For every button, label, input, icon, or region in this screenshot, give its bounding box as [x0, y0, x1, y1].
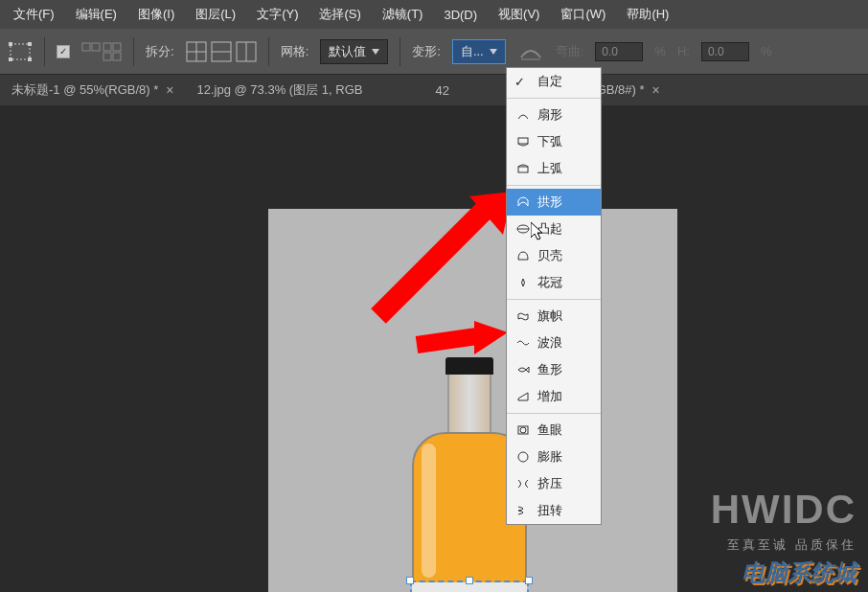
menu-view[interactable]: 视图(V) — [489, 2, 549, 27]
separator — [268, 37, 269, 66]
checkbox-option[interactable]: ✓ — [57, 45, 70, 58]
warp-menu-squeeze[interactable]: 挤压 — [507, 470, 601, 497]
svg-rect-3 — [9, 57, 12, 61]
transform-tool-icon[interactable] — [8, 39, 33, 64]
warp-menu-bulge[interactable]: 凸起 — [507, 216, 601, 242]
orientation-icon[interactable] — [517, 40, 544, 63]
menu-layer[interactable]: 图层(L) — [186, 2, 245, 27]
menu-filter[interactable]: 滤镜(T) — [373, 2, 433, 27]
warp-menu-twist[interactable]: 扭转 — [507, 497, 601, 524]
warp-menu-fan[interactable]: 扇形 — [507, 102, 601, 128]
svg-rect-0 — [11, 44, 30, 59]
split-vert-icon[interactable] — [236, 41, 257, 62]
svg-rect-7 — [103, 43, 111, 51]
menu-file[interactable]: 文件(F) — [4, 2, 64, 27]
grid-dropdown[interactable]: 默认值 — [320, 39, 388, 64]
menu-edit[interactable]: 编辑(E) — [66, 2, 126, 27]
annotation-arrow-1 — [369, 192, 513, 326]
warp-menu-shell[interactable]: 贝壳 — [507, 242, 601, 269]
menu-separator — [507, 98, 601, 99]
warp-dropdown[interactable]: 自... — [452, 39, 506, 64]
percent-1: % — [654, 44, 666, 58]
transform-handle[interactable] — [525, 577, 533, 584]
svg-rect-9 — [103, 53, 111, 60]
twist-icon — [516, 505, 530, 516]
annotation-arrow-2 — [412, 321, 508, 369]
shell-icon — [516, 250, 530, 262]
warp-menu-fish[interactable]: 鱼形 — [507, 356, 601, 383]
transform-handle[interactable] — [466, 577, 473, 584]
transform-handle[interactable] — [406, 577, 414, 584]
bend-input[interactable]: 0.0 — [595, 42, 643, 61]
grid-label: 网格: — [281, 43, 309, 60]
squeeze-icon — [516, 478, 530, 490]
menu-window[interactable]: 窗口(W) — [551, 2, 615, 27]
tab-1[interactable]: 未标题-1 @ 55%(RGB/8) * × — [0, 76, 186, 104]
watermark-main: HWIDC — [711, 487, 857, 533]
svg-rect-6 — [92, 43, 100, 51]
warp-label: 变形: — [412, 43, 441, 60]
inflate-icon — [516, 451, 530, 463]
document-tabs: 未标题-1 @ 55%(RGB/8) * × 12.jpg @ 73.3% (图… — [0, 75, 868, 105]
flag-icon — [516, 310, 530, 322]
menu-3d[interactable]: 3D(D) — [434, 4, 487, 26]
warp-menu-fisheye[interactable]: 鱼眼 — [507, 417, 601, 444]
warp-menu-custom[interactable]: ✓ 自定 — [507, 68, 601, 95]
svg-rect-10 — [113, 53, 121, 60]
svg-point-25 — [518, 452, 528, 462]
menu-image[interactable]: 图像(I) — [128, 2, 184, 27]
separator — [133, 37, 134, 66]
svg-point-24 — [520, 427, 526, 433]
tab-close-icon[interactable]: × — [166, 82, 173, 98]
svg-rect-1 — [9, 42, 12, 46]
svg-rect-8 — [113, 43, 121, 51]
warp-style-menu: ✓ 自定 扇形 下弧 上弧 拱形 凸起 贝壳 花冠 旗帜 波浪 鱼形 — [506, 67, 602, 525]
split-icons — [186, 41, 257, 62]
main-menu-bar: 文件(F) 编辑(E) 图像(I) 图层(L) 文字(Y) 选择(S) 滤镜(T… — [0, 0, 868, 29]
menu-type[interactable]: 文字(Y) — [247, 2, 308, 27]
split-horiz-icon[interactable] — [211, 41, 232, 62]
svg-rect-20 — [518, 167, 528, 172]
arc-up-icon — [516, 163, 530, 174]
warp-menu-inflate[interactable]: 膨胀 — [507, 444, 601, 470]
bulge-icon — [516, 223, 530, 235]
menu-separator — [507, 185, 601, 186]
fan-icon — [516, 109, 530, 121]
svg-rect-2 — [28, 42, 32, 46]
warp-menu-flower[interactable]: 花冠 — [507, 269, 601, 296]
separator — [400, 37, 400, 66]
tab-close-icon[interactable]: × — [652, 82, 660, 98]
menu-separator — [507, 299, 601, 300]
percent-2: % — [761, 44, 772, 58]
menu-help[interactable]: 帮助(H) — [617, 2, 678, 27]
bend-label: 弯曲: — [556, 43, 584, 60]
warp-menu-arc-up[interactable]: 上弧 — [507, 155, 601, 182]
flower-icon — [516, 277, 530, 288]
svg-rect-19 — [518, 138, 528, 144]
watermark: HWIDC 至真至诚 品质保住 — [711, 487, 857, 554]
bottle-highlight — [422, 444, 436, 578]
watermark-sub: 至真至诚 品质保住 — [711, 536, 857, 554]
bottle-neck — [447, 375, 491, 432]
fish-icon — [516, 364, 530, 376]
grid-icon-1[interactable] — [81, 42, 101, 61]
wave-icon — [516, 337, 530, 349]
grid-mode-icons — [81, 42, 122, 61]
warp-menu-arc-down[interactable]: 下弧 — [507, 128, 601, 155]
warp-menu-rise[interactable]: 增加 — [507, 383, 601, 410]
menu-select[interactable]: 选择(S) — [309, 2, 370, 27]
split-both-icon[interactable] — [186, 41, 207, 62]
warp-menu-arch[interactable]: 拱形 — [507, 189, 601, 216]
warp-menu-flag[interactable]: 旗帜 — [507, 303, 601, 330]
grid-icon-2[interactable] — [103, 42, 122, 61]
h-label: H: — [677, 44, 690, 58]
options-bar: ✓ 拆分: 网格: 默认值 变形: 自... 弯曲: 0.0 % H: 0.0 … — [0, 29, 868, 75]
fisheye-icon — [516, 424, 530, 436]
tab-2[interactable]: 12.jpg @ 73.3% (图层 1, RGB — [186, 76, 367, 104]
cursor-icon — [531, 222, 546, 245]
warp-menu-wave[interactable]: 波浪 — [507, 330, 601, 356]
svg-rect-5 — [82, 43, 90, 51]
tab-3[interactable]: 42 — [423, 78, 452, 103]
split-label: 拆分: — [146, 43, 174, 60]
h-input[interactable]: 0.0 — [701, 42, 749, 61]
